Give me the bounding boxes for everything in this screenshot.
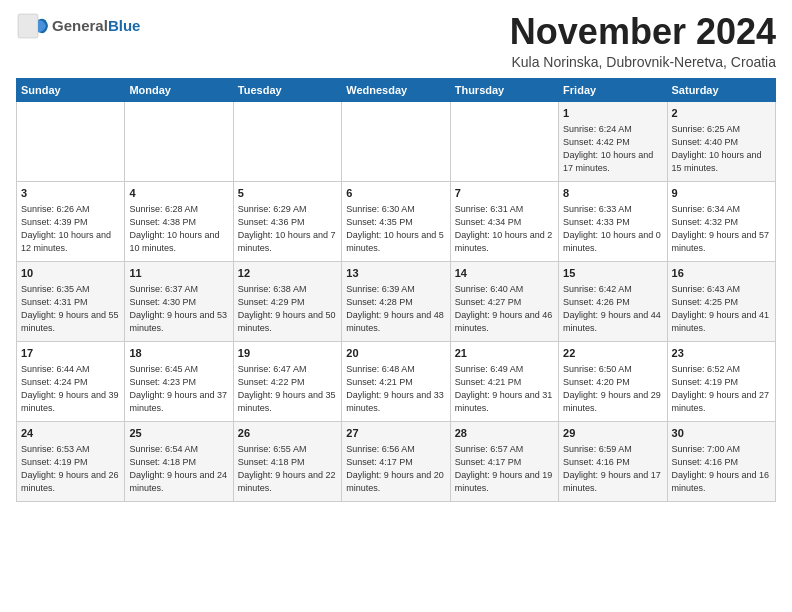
calendar-cell: 11Sunrise: 6:37 AM Sunset: 4:30 PM Dayli… <box>125 261 233 341</box>
calendar-cell: 7Sunrise: 6:31 AM Sunset: 4:34 PM Daylig… <box>450 181 558 261</box>
calendar-cell: 26Sunrise: 6:55 AM Sunset: 4:18 PM Dayli… <box>233 421 341 501</box>
header: GeneralBlue November 2024 Kula Norinska,… <box>16 12 776 70</box>
day-info: Sunrise: 6:34 AM Sunset: 4:32 PM Dayligh… <box>672 203 771 255</box>
calendar-cell: 6Sunrise: 6:30 AM Sunset: 4:35 PM Daylig… <box>342 181 450 261</box>
calendar-cell: 24Sunrise: 6:53 AM Sunset: 4:19 PM Dayli… <box>17 421 125 501</box>
calendar-cell <box>125 101 233 181</box>
day-number: 8 <box>563 186 662 201</box>
calendar-cell: 29Sunrise: 6:59 AM Sunset: 4:16 PM Dayli… <box>559 421 667 501</box>
day-number: 23 <box>672 346 771 361</box>
day-number: 28 <box>455 426 554 441</box>
day-info: Sunrise: 6:45 AM Sunset: 4:23 PM Dayligh… <box>129 363 228 415</box>
day-info: Sunrise: 6:50 AM Sunset: 4:20 PM Dayligh… <box>563 363 662 415</box>
calendar-cell: 17Sunrise: 6:44 AM Sunset: 4:24 PM Dayli… <box>17 341 125 421</box>
day-info: Sunrise: 6:38 AM Sunset: 4:29 PM Dayligh… <box>238 283 337 335</box>
calendar-cell: 3Sunrise: 6:26 AM Sunset: 4:39 PM Daylig… <box>17 181 125 261</box>
calendar-week-row: 3Sunrise: 6:26 AM Sunset: 4:39 PM Daylig… <box>17 181 776 261</box>
day-info: Sunrise: 6:30 AM Sunset: 4:35 PM Dayligh… <box>346 203 445 255</box>
month-title: November 2024 <box>510 12 776 52</box>
day-number: 1 <box>563 106 662 121</box>
calendar-cell: 8Sunrise: 6:33 AM Sunset: 4:33 PM Daylig… <box>559 181 667 261</box>
day-number: 22 <box>563 346 662 361</box>
day-info: Sunrise: 6:47 AM Sunset: 4:22 PM Dayligh… <box>238 363 337 415</box>
calendar-cell: 22Sunrise: 6:50 AM Sunset: 4:20 PM Dayli… <box>559 341 667 421</box>
day-info: Sunrise: 6:29 AM Sunset: 4:36 PM Dayligh… <box>238 203 337 255</box>
day-number: 20 <box>346 346 445 361</box>
day-number: 30 <box>672 426 771 441</box>
day-info: Sunrise: 6:54 AM Sunset: 4:18 PM Dayligh… <box>129 443 228 495</box>
day-number: 7 <box>455 186 554 201</box>
svg-rect-0 <box>18 14 38 38</box>
calendar-week-row: 17Sunrise: 6:44 AM Sunset: 4:24 PM Dayli… <box>17 341 776 421</box>
day-info: Sunrise: 6:28 AM Sunset: 4:38 PM Dayligh… <box>129 203 228 255</box>
title-area: November 2024 Kula Norinska, Dubrovnik-N… <box>510 12 776 70</box>
day-info: Sunrise: 6:40 AM Sunset: 4:27 PM Dayligh… <box>455 283 554 335</box>
calendar-cell: 4Sunrise: 6:28 AM Sunset: 4:38 PM Daylig… <box>125 181 233 261</box>
calendar-week-row: 1Sunrise: 6:24 AM Sunset: 4:42 PM Daylig… <box>17 101 776 181</box>
day-info: Sunrise: 6:59 AM Sunset: 4:16 PM Dayligh… <box>563 443 662 495</box>
day-info: Sunrise: 6:39 AM Sunset: 4:28 PM Dayligh… <box>346 283 445 335</box>
calendar-cell: 1Sunrise: 6:24 AM Sunset: 4:42 PM Daylig… <box>559 101 667 181</box>
logo-blue: Blue <box>108 17 141 34</box>
calendar-cell: 2Sunrise: 6:25 AM Sunset: 4:40 PM Daylig… <box>667 101 775 181</box>
day-number: 13 <box>346 266 445 281</box>
day-number: 12 <box>238 266 337 281</box>
day-number: 27 <box>346 426 445 441</box>
day-number: 18 <box>129 346 228 361</box>
calendar-header-row: Sunday Monday Tuesday Wednesday Thursday… <box>17 78 776 101</box>
calendar-cell: 9Sunrise: 6:34 AM Sunset: 4:32 PM Daylig… <box>667 181 775 261</box>
calendar-cell: 21Sunrise: 6:49 AM Sunset: 4:21 PM Dayli… <box>450 341 558 421</box>
day-info: Sunrise: 6:57 AM Sunset: 4:17 PM Dayligh… <box>455 443 554 495</box>
col-saturday: Saturday <box>667 78 775 101</box>
calendar-cell: 23Sunrise: 6:52 AM Sunset: 4:19 PM Dayli… <box>667 341 775 421</box>
day-info: Sunrise: 6:33 AM Sunset: 4:33 PM Dayligh… <box>563 203 662 255</box>
day-number: 19 <box>238 346 337 361</box>
logo-general: General <box>52 17 108 34</box>
col-sunday: Sunday <box>17 78 125 101</box>
day-info: Sunrise: 6:49 AM Sunset: 4:21 PM Dayligh… <box>455 363 554 415</box>
day-info: Sunrise: 6:25 AM Sunset: 4:40 PM Dayligh… <box>672 123 771 175</box>
day-number: 17 <box>21 346 120 361</box>
day-info: Sunrise: 6:55 AM Sunset: 4:18 PM Dayligh… <box>238 443 337 495</box>
calendar-cell: 13Sunrise: 6:39 AM Sunset: 4:28 PM Dayli… <box>342 261 450 341</box>
col-tuesday: Tuesday <box>233 78 341 101</box>
day-info: Sunrise: 6:56 AM Sunset: 4:17 PM Dayligh… <box>346 443 445 495</box>
day-info: Sunrise: 6:42 AM Sunset: 4:26 PM Dayligh… <box>563 283 662 335</box>
calendar-cell <box>450 101 558 181</box>
calendar-cell: 20Sunrise: 6:48 AM Sunset: 4:21 PM Dayli… <box>342 341 450 421</box>
day-number: 10 <box>21 266 120 281</box>
day-number: 9 <box>672 186 771 201</box>
calendar-cell: 12Sunrise: 6:38 AM Sunset: 4:29 PM Dayli… <box>233 261 341 341</box>
day-number: 16 <box>672 266 771 281</box>
day-info: Sunrise: 7:00 AM Sunset: 4:16 PM Dayligh… <box>672 443 771 495</box>
day-number: 2 <box>672 106 771 121</box>
calendar-week-row: 24Sunrise: 6:53 AM Sunset: 4:19 PM Dayli… <box>17 421 776 501</box>
col-thursday: Thursday <box>450 78 558 101</box>
calendar-cell: 16Sunrise: 6:43 AM Sunset: 4:25 PM Dayli… <box>667 261 775 341</box>
col-friday: Friday <box>559 78 667 101</box>
day-number: 15 <box>563 266 662 281</box>
col-monday: Monday <box>125 78 233 101</box>
day-number: 14 <box>455 266 554 281</box>
col-wednesday: Wednesday <box>342 78 450 101</box>
location-subtitle: Kula Norinska, Dubrovnik-Neretva, Croati… <box>510 54 776 70</box>
day-number: 6 <box>346 186 445 201</box>
day-number: 24 <box>21 426 120 441</box>
calendar-cell: 5Sunrise: 6:29 AM Sunset: 4:36 PM Daylig… <box>233 181 341 261</box>
day-info: Sunrise: 6:53 AM Sunset: 4:19 PM Dayligh… <box>21 443 120 495</box>
calendar-cell: 15Sunrise: 6:42 AM Sunset: 4:26 PM Dayli… <box>559 261 667 341</box>
calendar-week-row: 10Sunrise: 6:35 AM Sunset: 4:31 PM Dayli… <box>17 261 776 341</box>
day-number: 3 <box>21 186 120 201</box>
day-info: Sunrise: 6:26 AM Sunset: 4:39 PM Dayligh… <box>21 203 120 255</box>
calendar-cell: 19Sunrise: 6:47 AM Sunset: 4:22 PM Dayli… <box>233 341 341 421</box>
logo-icon <box>16 12 50 40</box>
calendar-cell: 18Sunrise: 6:45 AM Sunset: 4:23 PM Dayli… <box>125 341 233 421</box>
calendar-cell: 14Sunrise: 6:40 AM Sunset: 4:27 PM Dayli… <box>450 261 558 341</box>
day-info: Sunrise: 6:37 AM Sunset: 4:30 PM Dayligh… <box>129 283 228 335</box>
calendar-cell: 30Sunrise: 7:00 AM Sunset: 4:16 PM Dayli… <box>667 421 775 501</box>
calendar-cell: 10Sunrise: 6:35 AM Sunset: 4:31 PM Dayli… <box>17 261 125 341</box>
day-number: 4 <box>129 186 228 201</box>
calendar-cell: 25Sunrise: 6:54 AM Sunset: 4:18 PM Dayli… <box>125 421 233 501</box>
day-info: Sunrise: 6:31 AM Sunset: 4:34 PM Dayligh… <box>455 203 554 255</box>
day-number: 25 <box>129 426 228 441</box>
